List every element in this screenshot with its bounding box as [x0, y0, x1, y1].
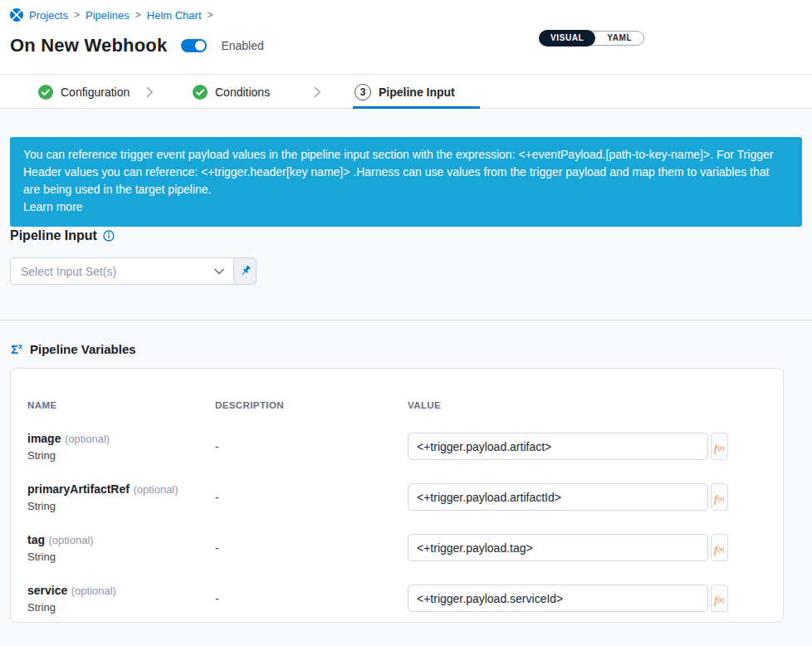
input-set-placeholder: Select Input Set(s) [21, 265, 214, 278]
enabled-toggle[interactable] [181, 39, 207, 52]
fx-icon: f [714, 443, 717, 453]
variable-value-input[interactable] [408, 433, 708, 460]
breadcrumb-link-projects[interactable]: Projects [29, 9, 68, 22]
variable-type: String [27, 601, 215, 614]
variable-name: image [27, 432, 61, 445]
fx-icon-sub: (x) [717, 597, 724, 603]
check-circle-icon [193, 85, 208, 100]
variables-table-body: image (optional) String - f(x) primaryAr… [27, 431, 766, 614]
variable-name-cell: primaryArtifactRef (optional) String [27, 482, 215, 512]
variable-type: String [27, 551, 215, 563]
variable-description: - [215, 491, 408, 504]
column-header-name: NAME [27, 400, 215, 410]
fx-icon-sub: (x) [717, 445, 724, 451]
pin-input-set-button[interactable] [234, 257, 257, 285]
input-set-row: Select Input Set(s) [10, 257, 257, 285]
breadcrumb-link-helm-chart[interactable]: Helm Chart [147, 9, 202, 22]
visual-yaml-toggle: VISUAL YAML [539, 31, 644, 46]
tab-pipeline-input[interactable]: 3 Pipeline Input [355, 75, 455, 110]
title-row: On New Webhook Enabled [10, 35, 264, 56]
variable-name: primaryArtifactRef [27, 482, 130, 496]
variable-name: service [27, 584, 67, 597]
enabled-label: Enabled [221, 39, 263, 52]
variable-name-cell: service (optional) String [27, 583, 215, 614]
main-content: You can reference trigger event payload … [0, 110, 812, 646]
table-row: tag (optional) String - f(x) [27, 532, 766, 563]
learn-more-link[interactable]: Learn more [23, 198, 83, 216]
variable-value-cell: f(x) [408, 433, 766, 460]
breadcrumb-separator: > [135, 9, 141, 21]
breadcrumb: Projects > Pipelines > Helm Chart > [10, 8, 213, 22]
pin-icon [239, 265, 252, 277]
variable-description: - [215, 440, 408, 453]
pipeline-variables-heading: Σx Pipeline Variables [11, 342, 136, 356]
pipeline-input-heading-label: Pipeline Input [10, 228, 97, 243]
variable-type: String [27, 500, 215, 512]
variable-description: - [215, 592, 408, 605]
variables-card: NAME DESCRIPTION VALUE image (optional) … [10, 368, 784, 623]
step-number-badge: 3 [355, 84, 371, 100]
breadcrumb-separator: > [208, 9, 213, 21]
variable-name: tag [27, 533, 45, 546]
table-row: image (optional) String - f(x) [27, 431, 766, 462]
page-title: On New Webhook [10, 35, 167, 56]
variable-value-input[interactable] [408, 483, 708, 511]
variable-value-input[interactable] [408, 534, 708, 561]
expression-fx-button[interactable]: f(x) [711, 483, 728, 511]
tab-conditions[interactable]: Conditions [193, 75, 270, 110]
visual-tab[interactable]: VISUAL [539, 30, 595, 46]
tab-conditions-label: Conditions [215, 86, 270, 99]
expression-fx-button[interactable]: f(x) [711, 433, 728, 460]
wizard-tabbar: Configuration Conditions 3 Pipeline Inpu… [0, 74, 812, 109]
variables-table-header: NAME DESCRIPTION VALUE [27, 400, 766, 410]
table-row: service (optional) String - f(x) [27, 583, 766, 614]
tab-pipeline-input-label: Pipeline Input [379, 86, 455, 99]
breadcrumb-separator: > [74, 9, 80, 21]
column-header-description: DESCRIPTION [215, 400, 408, 410]
variable-value-cell: f(x) [408, 483, 766, 511]
breadcrumb-link-pipelines[interactable]: Pipelines [86, 9, 130, 22]
harness-projects-icon [10, 8, 23, 22]
sigma-icon: Σx [11, 343, 22, 355]
variable-name-cell: image (optional) String [27, 431, 215, 462]
expression-fx-button[interactable]: f(x) [711, 585, 728, 612]
fx-icon: f [714, 595, 717, 605]
fx-icon-sub: (x) [717, 496, 724, 502]
table-row: primaryArtifactRef (optional) String - f… [27, 482, 766, 512]
tab-configuration[interactable]: Configuration [38, 75, 130, 110]
input-set-select[interactable]: Select Input Set(s) [10, 257, 234, 285]
fx-icon-sub: (x) [717, 546, 724, 552]
info-banner: You can reference trigger event payload … [10, 137, 802, 227]
variable-value-input[interactable] [408, 585, 708, 612]
variable-type: String [27, 449, 215, 462]
pipeline-input-heading: Pipeline Input [10, 228, 115, 243]
fx-icon: f [714, 493, 717, 504]
variable-optional-label: (optional) [48, 534, 93, 546]
chevron-down-icon [214, 268, 224, 275]
variable-optional-label: (optional) [133, 483, 178, 496]
variable-description: - [215, 541, 408, 555]
active-tab-underline [353, 106, 480, 109]
tab-configuration-label: Configuration [61, 86, 130, 99]
fx-icon: f [714, 544, 717, 555]
variable-name-cell: tag (optional) String [27, 532, 215, 563]
yaml-tab[interactable]: YAML [595, 30, 643, 46]
chevron-right-icon [314, 75, 321, 110]
info-icon[interactable] [103, 230, 115, 242]
toggle-knob [195, 41, 205, 51]
expression-fx-button[interactable]: f(x) [711, 534, 728, 561]
variable-value-cell: f(x) [408, 534, 766, 561]
pipeline-variables-heading-label: Pipeline Variables [30, 342, 136, 356]
variable-value-cell: f(x) [408, 585, 766, 612]
variable-optional-label: (optional) [71, 585, 116, 597]
info-banner-text: You can reference trigger event payload … [23, 148, 773, 196]
variable-optional-label: (optional) [65, 433, 110, 445]
check-circle-icon [38, 85, 53, 100]
section-divider [0, 320, 812, 321]
column-header-value: VALUE [408, 400, 766, 410]
chevron-right-icon [146, 75, 154, 110]
